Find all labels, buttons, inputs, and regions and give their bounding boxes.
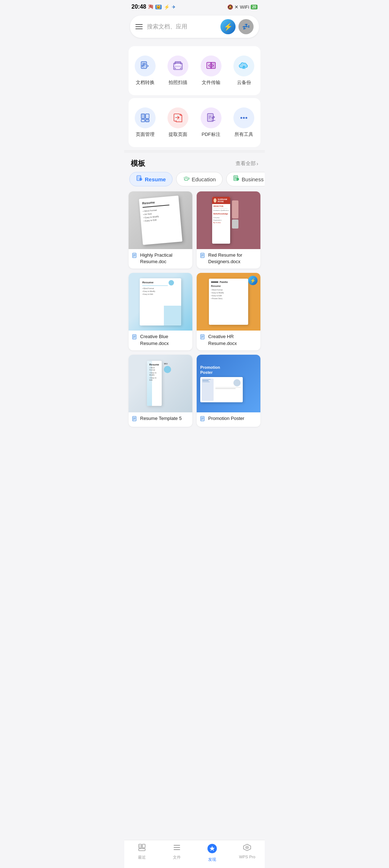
- file-transfer-icon: [206, 61, 216, 71]
- nav-recent-label: 最近: [138, 855, 146, 860]
- svg-rect-14: [141, 119, 145, 122]
- search-bar[interactable]: 搜索文档、应用 ⚡ 💤: [130, 15, 259, 38]
- svg-rect-10: [141, 114, 145, 119]
- resume-tab-icon: [136, 175, 143, 183]
- divider: [124, 150, 265, 153]
- svg-point-26: [246, 117, 247, 119]
- tool-pdf-annotate[interactable]: PDF标注: [194, 104, 228, 141]
- cat-tab-education[interactable]: Education: [176, 172, 223, 186]
- svg-rect-16: [146, 119, 149, 122]
- template-grid: Resume • Word Format • A4 Size • Easy to…: [124, 191, 265, 427]
- cat-tab-resume[interactable]: Resume: [129, 172, 173, 186]
- tool-extract-page[interactable]: 提取页面: [162, 104, 195, 141]
- status-bar: 20:48 淘 😺 ⚡ ✈ 🔕 ✕ WiFi 20: [124, 0, 265, 12]
- app-icon-1: ⚡: [164, 4, 170, 10]
- search-actions: ⚡ 💤: [220, 19, 254, 34]
- svg-rect-76: [142, 844, 145, 848]
- recent-icon: [138, 843, 146, 853]
- tool-cloud-backup[interactable]: 云备份: [228, 52, 261, 89]
- doc-icon-1: [132, 253, 138, 260]
- tool-doc-convert[interactable]: 文档转换: [129, 52, 162, 89]
- education-tab-label: Education: [192, 176, 216, 182]
- template-thumb-6: PromotionPoster: [197, 355, 260, 412]
- pdf-annotate-icon: [206, 112, 216, 123]
- nav-wps-pro[interactable]: WPS Pro: [230, 843, 265, 862]
- nav-discover[interactable]: 发现: [194, 843, 230, 862]
- doc-icon-5: [132, 416, 138, 423]
- business-tab-icon: [233, 175, 240, 183]
- template-card-3[interactable]: Resume • Word Format • Easy to Modify • …: [129, 273, 192, 350]
- doc-icon-3: [132, 334, 138, 341]
- page-mgmt-icon: [140, 112, 151, 123]
- menu-line-3: [135, 28, 143, 29]
- doc-icon-6: [200, 416, 206, 423]
- pro-badge: ⚡: [248, 276, 258, 285]
- all-tools-icon: [238, 112, 249, 123]
- nav-files-label: 文件: [173, 855, 181, 860]
- template-thumb-5: Resume • Word Format • Easy to Modify • …: [129, 355, 192, 412]
- template-info-1: Highly Practical Resume.doc: [129, 249, 192, 269]
- template-card-2[interactable]: SURNAM ROSE OBJECTIVE Graduation Qualifi…: [197, 191, 260, 269]
- search-input[interactable]: 搜索文档、应用: [147, 23, 216, 31]
- photo-scan-label: 拍照扫描: [169, 79, 187, 86]
- doc-icon-4: [200, 334, 206, 341]
- status-time: 20:48: [131, 4, 146, 10]
- extract-page-icon: [173, 112, 183, 123]
- template-thumb-3: Resume • Word Format • Easy to Modify • …: [129, 273, 192, 331]
- tools-section-row1: 文档转换 拍照扫描: [129, 46, 260, 95]
- template-card-6[interactable]: PromotionPoster: [197, 355, 260, 427]
- template-card-1[interactable]: Resume • Word Format • A4 Size • Easy to…: [129, 191, 192, 269]
- doc-convert-icon-wrap: [135, 56, 156, 76]
- menu-line-1: [135, 24, 143, 25]
- svg-point-25: [243, 117, 245, 119]
- template-thumb-4: Palette Resume • Word Format • Easy to M…: [197, 273, 260, 331]
- page-mgmt-icon-wrap: [135, 107, 156, 128]
- extract-page-icon-wrap: [167, 107, 188, 128]
- template-card-5[interactable]: Resume • Word Format • Easy to Modify • …: [129, 355, 192, 427]
- category-tabs: Resume Education: [124, 172, 265, 191]
- cloud-backup-icon: [238, 61, 249, 71]
- lightning-button[interactable]: ⚡: [220, 19, 236, 34]
- cloud-backup-icon-wrap: [233, 56, 254, 76]
- file-transfer-icon-wrap: [201, 56, 222, 76]
- tool-page-mgmt[interactable]: 页面管理: [129, 104, 162, 141]
- fetion-icon: ✈: [172, 4, 176, 10]
- taobao-icon: 淘: [148, 4, 153, 10]
- template-info-2: Red Resume for Designers.docx: [197, 249, 260, 269]
- tools-section-row2: 页面管理 提取页面: [129, 98, 260, 147]
- svg-rect-77: [139, 849, 145, 851]
- tool-grid-row2: 页面管理 提取页面: [129, 104, 260, 141]
- wifi-icon: WiFi: [240, 4, 249, 10]
- status-icons: 🔕 ✕ WiFi 20: [227, 4, 258, 10]
- doc-convert-icon: [140, 61, 151, 71]
- lightning-icon: ⚡: [224, 22, 233, 31]
- svg-rect-73: [139, 844, 142, 848]
- no-sim-icon: ✕: [234, 4, 238, 10]
- menu-line-2: [135, 26, 143, 27]
- view-all-button[interactable]: 查看全部 ›: [236, 160, 258, 167]
- template-info-6: Promotion Poster: [197, 412, 260, 427]
- tool-file-transfer[interactable]: 文件传输: [194, 52, 228, 89]
- template-info-3: Creative Blue Resume.docx: [129, 331, 192, 350]
- nav-files[interactable]: 文件: [160, 843, 195, 862]
- templates-title: 模板: [131, 159, 145, 168]
- tool-photo-scan[interactable]: 拍照扫描: [162, 52, 195, 89]
- cat-tab-business[interactable]: Business: [226, 172, 265, 186]
- avatar-icon: 💤: [242, 23, 250, 31]
- extract-page-label: 提取页面: [169, 131, 187, 138]
- view-all-text: 查看全部: [236, 160, 256, 167]
- template-name-2: Red Resume for Designers.docx: [208, 252, 257, 265]
- template-info-5: Resume Template 5: [129, 412, 192, 427]
- tool-all-tools[interactable]: 所有工具: [228, 104, 261, 141]
- svg-rect-12: [146, 114, 149, 119]
- user-avatar[interactable]: 💤: [238, 19, 254, 34]
- bilibili-icon: 😺: [155, 5, 162, 9]
- all-tools-label: 所有工具: [234, 131, 253, 138]
- doc-icon-2: [200, 253, 206, 260]
- template-name-5: Resume Template 5: [140, 415, 182, 422]
- nav-wps-pro-label: WPS Pro: [239, 855, 255, 859]
- menu-button[interactable]: [135, 24, 143, 29]
- template-card-4[interactable]: Palette Resume • Word Format • Easy to M…: [197, 273, 260, 350]
- nav-recent[interactable]: 最近: [124, 843, 160, 862]
- template-thumb-1: Resume • Word Format • A4 Size • Easy to…: [129, 191, 192, 249]
